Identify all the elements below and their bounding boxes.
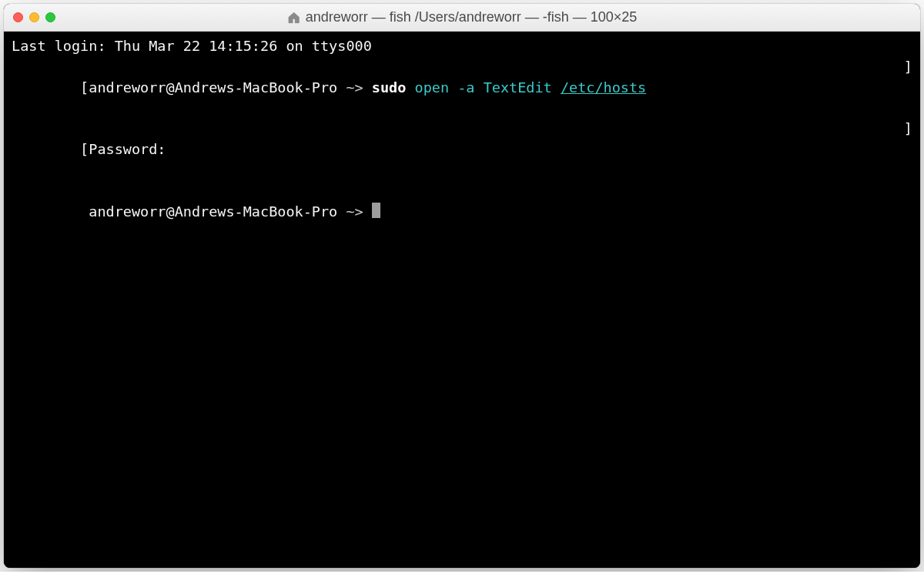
close-button[interactable] xyxy=(13,12,23,22)
password-prompt: Password: xyxy=(89,141,166,157)
home-icon xyxy=(287,11,301,25)
bracket-open: [ xyxy=(80,141,89,157)
bracket-close: ] xyxy=(904,57,912,119)
prompt-separator: ~> xyxy=(337,203,372,220)
terminal-line-prompt: andreworr@Andrews-MacBook-Pro ~> xyxy=(12,181,912,243)
terminal-line-command: [andreworr@Andrews-MacBook-Pro ~> sudo o… xyxy=(12,57,912,119)
terminal-body[interactable]: Last login: Thu Mar 22 14:15:26 on ttys0… xyxy=(4,32,920,568)
maximize-button[interactable] xyxy=(45,12,55,22)
bracket-open: [ xyxy=(80,79,89,96)
last-login-text: Last login: Thu Mar 22 14:15:26 on ttys0… xyxy=(12,36,372,57)
minimize-button[interactable] xyxy=(29,12,39,22)
bracket-close: ] xyxy=(904,119,912,180)
terminal-window: andreworr — fish /Users/andreworr — -fis… xyxy=(4,4,920,568)
prompt-separator: ~> xyxy=(337,79,372,96)
window-title: andreworr — fish /Users/andreworr — -fis… xyxy=(287,9,638,25)
titlebar[interactable]: andreworr — fish /Users/andreworr — -fis… xyxy=(4,4,920,32)
command-path: /etc/hosts xyxy=(561,79,646,96)
prompt-user-host: andreworr@Andrews-MacBook-Pro xyxy=(89,79,337,96)
terminal-line-password: [Password: ] xyxy=(12,119,912,180)
cursor xyxy=(372,203,380,218)
command-open: open -a TextEdit xyxy=(406,79,560,96)
prompt-user-host: andreworr@Andrews-MacBook-Pro xyxy=(80,203,337,220)
terminal-line-login: Last login: Thu Mar 22 14:15:26 on ttys0… xyxy=(12,36,912,57)
window-title-text: andreworr — fish /Users/andreworr — -fis… xyxy=(306,9,638,25)
command-sudo: sudo xyxy=(372,79,407,96)
traffic-lights xyxy=(13,12,55,22)
